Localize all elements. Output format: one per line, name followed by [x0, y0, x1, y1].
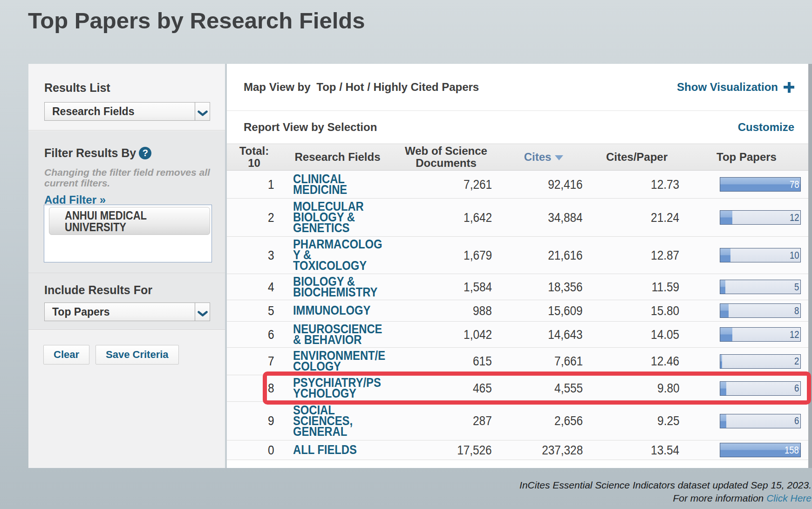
main-panel: Map View by Top / Hot / Highly Cited Pap… — [227, 64, 808, 468]
sidebar: Results List Research Fields Filter Resu… — [28, 64, 227, 468]
column-header-wos-documents[interactable]: Web of Science Documents — [394, 145, 498, 169]
filter-section: Filter Results By ? Changing the filter … — [28, 130, 225, 273]
wos-documents-cell: 615 — [394, 355, 498, 368]
top-papers-bar-fill — [720, 280, 725, 294]
top-papers-bar-fill — [720, 328, 732, 341]
show-visualization-label: Show Visualization — [677, 81, 778, 94]
rank-cell: 0 — [227, 444, 281, 457]
cites-per-paper-cell: 11.59 — [589, 281, 685, 294]
wos-documents-cell: 1,679 — [394, 249, 498, 262]
top-papers-value: 2 — [793, 355, 799, 368]
top-papers-cell: 6 — [685, 381, 808, 396]
top-papers-bar-fill — [720, 382, 726, 395]
top-papers-cell: 12 — [685, 210, 808, 225]
column-header-research-fields[interactable]: Research Fields — [281, 151, 394, 163]
field-link[interactable]: CLINICAL MEDICINE — [281, 174, 394, 195]
results-list-heading: Results List — [44, 64, 211, 95]
click-here-link[interactable]: Click Here — [766, 493, 812, 503]
top-papers-bar: 78 — [720, 177, 801, 192]
cites-per-paper-cell: 13.54 — [589, 444, 685, 457]
table-row: 4BIOLOGY & BIOCHEMISTRY1,58418,35611.595 — [227, 274, 808, 300]
field-link[interactable]: SOCIAL SCIENCES, GENERAL — [281, 405, 394, 437]
scrollbar[interactable] — [808, 64, 812, 468]
page-title: Top Papers by Research Fields — [28, 7, 365, 34]
top-papers-cell: 158 — [685, 443, 808, 457]
include-results-select[interactable]: Top Papers — [44, 303, 210, 321]
filter-note: Changing the filter field removes all cu… — [44, 167, 211, 188]
show-visualization-link[interactable]: Show Visualization — [677, 81, 794, 94]
customize-link[interactable]: Customize — [738, 121, 794, 134]
map-view-label: Map View by — [244, 81, 311, 93]
wos-documents-cell: 1,584 — [394, 281, 498, 294]
wos-documents-cell: 7,261 — [394, 178, 498, 191]
save-criteria-button[interactable]: Save Criteria — [96, 345, 179, 365]
results-list-section: Results List Research Fields — [28, 64, 225, 130]
table-row: 7ENVIRONMENT/E COLOGY6157,66112.462 — [227, 348, 808, 375]
footer-note: InCites Essential Science Indicators dat… — [519, 479, 812, 505]
top-papers-value: 12 — [788, 211, 799, 224]
footer-line2-text: For more information — [673, 493, 766, 503]
column-header-top-papers[interactable]: Top Papers — [685, 151, 808, 163]
field-link[interactable]: NEUROSCIENCE & BEHAVIOR — [281, 324, 394, 345]
field-link[interactable]: ENVIRONMENT/E COLOGY — [281, 351, 394, 372]
filter-selected-item[interactable]: ANHUI MEDICAL UNIVERSITY — [49, 207, 210, 235]
results-list-select[interactable]: Research Fields — [44, 102, 210, 121]
top-papers-value: 12 — [788, 328, 799, 341]
table-body: 1CLINICAL MEDICINE7,26192,41612.73782MOL… — [227, 171, 808, 460]
sidebar-buttons: Clear Save Criteria — [43, 345, 211, 365]
column-header-cites[interactable]: Cites — [498, 151, 589, 163]
cites-cell: 14,643 — [498, 328, 589, 341]
table-row: 8PSYCHIATRY/PS YCHOLOGY4654,5559.806 — [227, 375, 808, 402]
rank-cell: 9 — [227, 414, 281, 427]
filter-listbox[interactable]: ANHUI MEDICAL UNIVERSITY — [44, 205, 212, 262]
field-link[interactable]: BIOLOGY & BIOCHEMISTRY — [281, 276, 394, 298]
map-view-heading: Map View by Top / Hot / Highly Cited Pap… — [244, 81, 479, 94]
report-view-bar: Report View by Selection Customize — [227, 111, 808, 144]
field-link[interactable]: PSYCHIATRY/PS YCHOLOGY — [281, 378, 394, 399]
rank-cell: 2 — [227, 211, 281, 224]
rank-cell: 6 — [227, 328, 281, 341]
column-header-cites-per-paper[interactable]: Cites/Paper — [589, 151, 685, 163]
wos-documents-cell: 17,526 — [394, 444, 498, 457]
table-row: 2MOLECULAR BIOLOGY & GENETICS1,64234,884… — [227, 199, 808, 237]
include-results-heading: Include Results For — [44, 273, 211, 297]
top-papers-cell: 6 — [685, 414, 808, 428]
field-link[interactable]: ALL FIELDS — [281, 445, 394, 455]
top-papers-bar-fill — [720, 304, 729, 317]
top-papers-cell: 12 — [685, 327, 808, 342]
wos-documents-cell: 988 — [394, 304, 498, 317]
help-icon[interactable]: ? — [139, 147, 151, 159]
wos-documents-cell: 1,642 — [394, 211, 498, 224]
cites-per-paper-cell: 21.24 — [589, 211, 685, 224]
report-view-heading: Report View by Selection — [244, 121, 377, 134]
cites-per-paper-cell: 9.25 — [589, 414, 685, 427]
footer-line2: For more information Click Here — [519, 492, 812, 505]
wos-documents-cell: 465 — [394, 382, 498, 395]
top-papers-bar: 5 — [720, 280, 801, 294]
cites-per-paper-cell: 12.73 — [589, 178, 685, 191]
cites-cell: 18,356 — [498, 281, 589, 294]
cites-cell: 2,656 — [498, 414, 589, 427]
rank-cell: 1 — [227, 178, 281, 191]
filter-heading: Filter Results By ? — [44, 131, 211, 160]
table-row: 0ALL FIELDS17,526237,32813.54158 — [227, 440, 808, 460]
top-papers-bar: 12 — [720, 327, 801, 342]
top-papers-bar-fill — [720, 355, 722, 368]
rank-cell: 4 — [227, 281, 281, 294]
top-papers-bar-fill — [720, 211, 732, 224]
clear-button[interactable]: Clear — [43, 345, 89, 365]
sidebar-actions-section: Clear Save Criteria — [28, 330, 225, 468]
include-results-select-value: Top Papers — [45, 306, 110, 318]
field-link[interactable]: PHARMACOLOG Y & TOXICOLOGY — [281, 239, 394, 271]
field-link[interactable]: IMMUNOLOGY — [281, 305, 394, 316]
table-header: Total: 10 Research Fields Web of Science… — [227, 144, 808, 171]
table-row: 1CLINICAL MEDICINE7,26192,41612.7378 — [227, 171, 808, 199]
cites-cell: 15,609 — [498, 304, 589, 317]
top-papers-bar: 158 — [720, 443, 801, 457]
top-papers-cell: 78 — [685, 177, 808, 192]
chevron-down-icon — [195, 303, 210, 321]
filter-heading-label: Filter Results By — [44, 146, 136, 160]
cites-per-paper-cell: 15.80 — [589, 304, 685, 317]
field-link[interactable]: MOLECULAR BIOLOGY & GENETICS — [281, 201, 394, 234]
top-papers-bar: 8 — [720, 303, 801, 318]
